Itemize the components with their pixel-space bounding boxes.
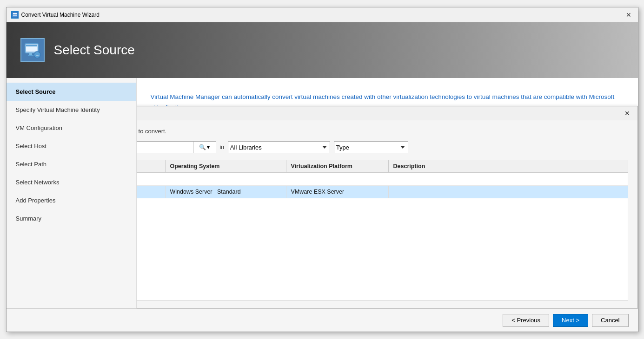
col-os: Operating System [166, 160, 286, 172]
wizard-content: Virtual Machine Manager can automaticall… [137, 78, 638, 308]
cancel-button[interactable]: Cancel [592, 314, 628, 327]
dialog-overlay: Select Virtual Machine Source ✕ Select t… [137, 78, 638, 308]
col-description: Description [389, 160, 628, 172]
svg-rect-2 [13, 15, 17, 16]
wizard-nav: Select Source Specify Virtual Machine Id… [7, 78, 137, 308]
wizard-header-title: Select Source [54, 43, 135, 58]
nav-item-add-properties[interactable]: Add Properties [7, 191, 136, 209]
search-input[interactable] [137, 141, 193, 153]
dialog-box: Select Virtual Machine Source ✕ Select t… [137, 106, 638, 308]
search-row: 🔍 ▾ in All Libraries Type [137, 141, 628, 153]
search-button[interactable]: 🔍 ▾ [193, 141, 216, 153]
type-select[interactable]: Type [334, 141, 408, 153]
dialog-close-button[interactable]: ✕ [623, 109, 632, 118]
wizard-header: → Select Source [7, 22, 638, 78]
col-owner: Owner [137, 160, 166, 172]
svg-rect-9 [28, 55, 33, 56]
header-icon: → [20, 38, 45, 62]
window-icon [11, 11, 19, 19]
col-platform: Virtualization Platform [286, 160, 389, 172]
svg-text:→: → [35, 53, 39, 58]
title-bar: Convert Virtual Machine Wizard ✕ [7, 7, 638, 22]
wizard-window: Convert Virtual Machine Wizard ✕ → Selec… [6, 7, 638, 332]
table-row[interactable]: VM Windows Server Standard VMware ESX Se… [137, 186, 628, 198]
nav-item-specify-vm-identity[interactable]: Specify Virtual Machine Identity [7, 101, 136, 119]
cell-platform: VMware ESX Server [286, 186, 389, 198]
wizard-body: Select Source Specify Virtual Machine Id… [7, 78, 638, 308]
window-title: Convert Virtual Machine Wizard [21, 12, 624, 18]
nav-item-select-host[interactable]: Select Host [7, 137, 136, 155]
nav-item-summary[interactable]: Summary [7, 209, 136, 228]
dialog-body: Select the virtual machine that you woul… [137, 120, 637, 308]
dialog-title-text: Select Virtual Machine Source [137, 110, 623, 117]
wizard-footer: < Previous Next > Cancel [7, 308, 638, 332]
cell-description [389, 186, 628, 198]
dialog-desc: Select the virtual machine that you woul… [137, 128, 628, 135]
table-header: Name Owner Operating System Virtualizati… [137, 160, 628, 173]
cell-os: Windows Server Standard [166, 186, 286, 198]
nav-item-select-networks[interactable]: Select Networks [7, 173, 136, 191]
nav-item-select-source[interactable]: Select Source [7, 83, 136, 101]
svg-rect-0 [12, 12, 18, 18]
nav-item-vm-configuration[interactable]: VM Configuration [7, 119, 136, 137]
previous-button[interactable]: < Previous [503, 314, 549, 327]
library-select[interactable]: All Libraries [228, 141, 330, 153]
cell-owner [137, 186, 166, 198]
vm-table: Name Owner Operating System Virtualizati… [137, 160, 628, 300]
svg-rect-8 [29, 53, 32, 55]
cell-os-edition: Standard [217, 189, 241, 195]
search-dropdown-icon: ▾ [207, 144, 210, 150]
nav-item-select-path[interactable]: Select Path [7, 155, 136, 173]
window-close-button[interactable]: ✕ [624, 10, 633, 20]
svg-rect-1 [13, 13, 17, 14]
table-group-row[interactable]: ▼ Type: Virtual Machine [137, 173, 628, 186]
search-icon: 🔍 [199, 144, 206, 150]
in-label: in [216, 144, 228, 150]
cell-os-name: Windows Server [170, 189, 212, 195]
dialog-title-bar: Select Virtual Machine Source ✕ [137, 106, 637, 120]
search-input-wrapper [137, 141, 193, 153]
svg-rect-5 [26, 45, 37, 46]
next-button[interactable]: Next > [553, 314, 588, 327]
